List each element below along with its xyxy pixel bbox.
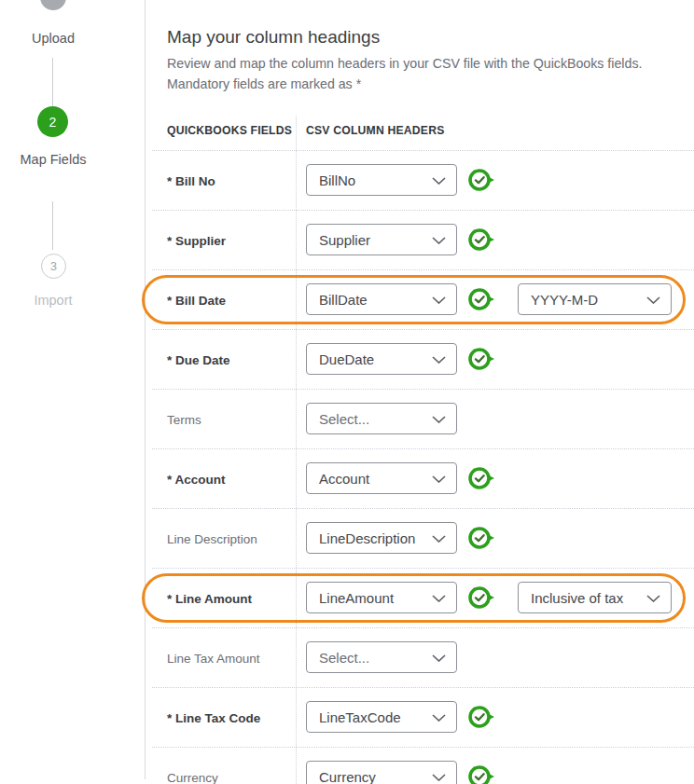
csv-column-select[interactable]: LineTaxCode xyxy=(306,701,457,733)
step-import-number: 3 xyxy=(50,260,57,273)
csv-import-map-fields-screen: Upload 2 Map Fields 3 Import Map your co… xyxy=(0,0,694,784)
select-value: YYYY-M-D xyxy=(531,292,598,308)
page-description: Review and map the column headers in you… xyxy=(167,54,642,94)
step-import-label: Import xyxy=(11,293,95,308)
field-row: * Line Tax CodeLineTaxCode xyxy=(152,688,694,748)
quickbooks-field-label: * Account xyxy=(167,472,226,486)
field-row: Line DescriptionLineDescription xyxy=(152,509,694,569)
select-value: Select... xyxy=(319,411,369,427)
mapped-check-icon xyxy=(467,526,496,550)
mapped-check-icon xyxy=(467,764,496,784)
column-header-quickbooks-fields: QUICKBOOKS FIELDS xyxy=(167,124,292,137)
mapped-check-icon xyxy=(467,466,496,490)
select-value: BillDate xyxy=(319,292,368,308)
csv-column-select[interactable]: LineDescription xyxy=(306,522,457,554)
step-upload-label: Upload xyxy=(11,31,95,46)
mapped-check-icon xyxy=(467,287,496,311)
step-map-fields-number: 2 xyxy=(49,115,57,130)
quickbooks-field-label: Currency xyxy=(167,770,218,784)
mapped-check-icon xyxy=(467,585,496,610)
select-value: LineTaxCode xyxy=(319,709,401,725)
quickbooks-field-label: Line Description xyxy=(167,531,257,545)
chevron-down-icon xyxy=(646,595,660,602)
quickbooks-field-label: * Supplier xyxy=(167,233,226,247)
csv-column-select[interactable]: LineAmount xyxy=(306,582,457,613)
sidebar-divider xyxy=(145,0,146,779)
select-value: Select... xyxy=(319,650,369,666)
csv-column-select[interactable]: Supplier xyxy=(306,224,457,255)
field-row: * SupplierSupplier xyxy=(152,211,694,270)
step-import-circle: 3 xyxy=(41,254,66,279)
quickbooks-field-label: * Bill No xyxy=(167,173,215,187)
step-map-fields-label: Map Fields xyxy=(11,146,95,172)
select-value: LineDescription xyxy=(319,530,415,546)
stepper-connector xyxy=(52,201,53,250)
field-mapping-table: * Bill NoBillNo* SupplierSupplier* Bill … xyxy=(152,150,694,784)
chevron-down-icon xyxy=(646,296,660,304)
chevron-down-icon xyxy=(432,595,446,602)
mapped-check-icon xyxy=(467,168,496,192)
select-value: Currency xyxy=(319,769,376,784)
csv-column-select[interactable]: BillDate xyxy=(306,283,457,315)
chevron-down-icon xyxy=(432,416,446,423)
csv-column-select[interactable]: Select... xyxy=(306,403,457,434)
mapped-check-icon xyxy=(467,227,496,252)
select-value: DueDate xyxy=(319,351,374,367)
quickbooks-field-label: * Due Date xyxy=(167,352,230,366)
field-row: TermsSelect... xyxy=(152,390,694,449)
mapped-check-icon xyxy=(467,347,496,371)
page-description-line2: Mandatory fields are marked as * xyxy=(167,75,642,95)
field-row: * Bill NoBillNo xyxy=(152,151,694,211)
select-value: Account xyxy=(319,471,369,487)
select-value: Supplier xyxy=(319,232,370,248)
mapped-check-icon xyxy=(467,705,496,729)
page-description-line1: Review and map the column headers in you… xyxy=(167,54,642,75)
field-row: * Bill DateBillDateYYYY-M-D xyxy=(152,270,694,330)
chevron-down-icon xyxy=(432,356,446,364)
chevron-down-icon xyxy=(432,177,446,185)
quickbooks-field-label: * Line Amount xyxy=(167,591,252,605)
field-row: CurrencyCurrency xyxy=(152,748,694,784)
select-value: Inclusive of tax xyxy=(531,590,623,606)
page-title: Map your column headings xyxy=(167,27,380,48)
step-map-fields-circle: 2 xyxy=(37,106,68,137)
column-header-csv-headers: CSV COLUMN HEADERS xyxy=(306,124,445,137)
quickbooks-field-label: * Bill Date xyxy=(167,293,226,307)
step-upload-circle xyxy=(40,0,66,10)
chevron-down-icon xyxy=(432,714,446,722)
stepper-connector xyxy=(52,58,53,106)
field-row: * AccountAccount xyxy=(152,449,694,509)
field-row: * Line AmountLineAmountInclusive of tax xyxy=(152,569,694,628)
csv-column-select[interactable]: BillNo xyxy=(306,164,457,196)
csv-column-select[interactable]: Currency xyxy=(306,761,457,784)
csv-column-select[interactable]: Select... xyxy=(306,641,457,673)
import-stepper: Upload 2 Map Fields 3 Import xyxy=(0,0,145,784)
chevron-down-icon xyxy=(432,296,446,304)
tax-option-select[interactable]: Inclusive of tax xyxy=(518,582,672,613)
chevron-down-icon xyxy=(432,774,446,781)
select-value: BillNo xyxy=(319,172,355,188)
chevron-down-icon xyxy=(432,475,446,483)
field-row: Line Tax AmountSelect... xyxy=(152,628,694,688)
date-format-select[interactable]: YYYY-M-D xyxy=(518,283,672,315)
quickbooks-field-label: Line Tax Amount xyxy=(167,651,260,665)
quickbooks-field-label: Terms xyxy=(167,412,201,426)
select-value: LineAmount xyxy=(319,590,394,606)
chevron-down-icon xyxy=(432,237,446,244)
chevron-down-icon xyxy=(432,535,446,543)
field-row: * Due DateDueDate xyxy=(152,330,694,390)
quickbooks-field-label: * Line Tax Code xyxy=(167,710,260,724)
csv-column-select[interactable]: Account xyxy=(306,462,457,494)
chevron-down-icon xyxy=(432,654,446,662)
csv-column-select[interactable]: DueDate xyxy=(306,343,457,375)
